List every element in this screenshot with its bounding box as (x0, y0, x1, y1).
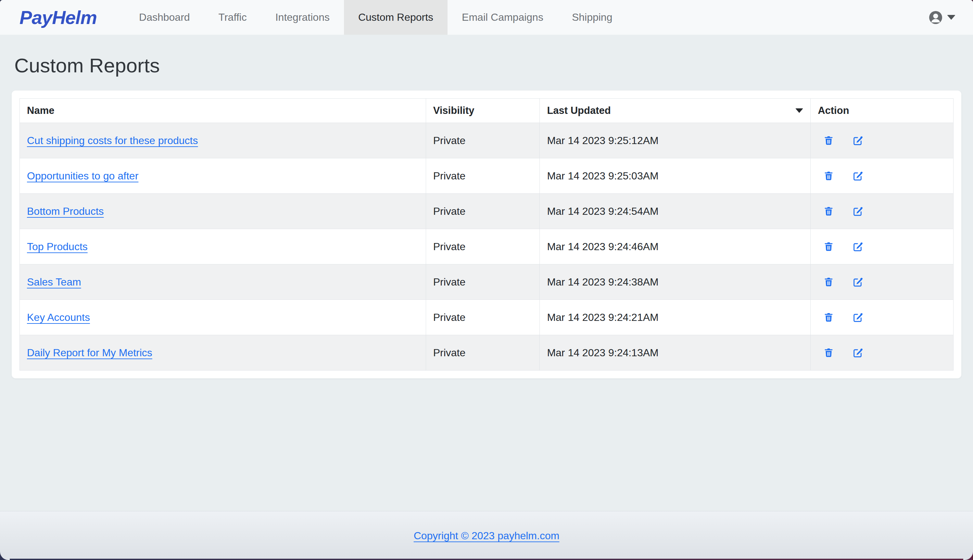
report-last-updated-cell: Mar 14 2023 9:25:12AM (540, 123, 811, 158)
report-name-cell: Opportunities to go after (20, 158, 426, 194)
trash-icon (824, 312, 834, 323)
edit-icon (853, 348, 863, 358)
nav-item-email-campaigns[interactable]: Email Campaigns (448, 0, 558, 35)
edit-icon (853, 277, 863, 287)
table-row: Key Accounts Private Mar 14 2023 9:24:21… (20, 300, 953, 335)
column-header-action-label: Action (818, 105, 849, 116)
edit-icon (853, 136, 863, 146)
column-header-name[interactable]: Name (20, 98, 426, 123)
user-circle-icon (929, 11, 943, 24)
report-name-cell: Bottom Products (20, 194, 426, 229)
reports-table: Name Visibility Last Updated Action (20, 98, 953, 370)
edit-report-button[interactable] (853, 242, 863, 252)
main-content: Custom Reports Name Visibility Last Upda… (0, 35, 973, 511)
brand-logo[interactable]: PayHelm (20, 7, 97, 28)
report-visibility-cell: Private (426, 300, 540, 335)
table-row: Cut shipping costs for these products Pr… (20, 123, 953, 158)
nav-item-integrations[interactable]: Integrations (261, 0, 344, 35)
copyright-link[interactable]: Copyright © 2023 payhelm.com (414, 530, 560, 542)
table-header-row: Name Visibility Last Updated Action (20, 98, 953, 123)
report-action-cell (811, 158, 953, 194)
edit-icon (853, 312, 863, 323)
report-name-link[interactable]: Bottom Products (27, 205, 104, 217)
report-visibility-cell: Private (426, 265, 540, 300)
report-name-link[interactable]: Top Products (27, 241, 88, 252)
report-last-updated-cell: Mar 14 2023 9:24:38AM (540, 265, 811, 300)
top-navbar: PayHelm Dashboard Traffic Integrations C… (0, 0, 973, 35)
nav-item-shipping[interactable]: Shipping (558, 0, 627, 35)
column-header-visibility-label: Visibility (433, 105, 475, 116)
app-root: PayHelm Dashboard Traffic Integrations C… (0, 0, 973, 560)
report-action-cell (811, 194, 953, 229)
table-row: Daily Report for My Metrics Private Mar … (20, 335, 953, 370)
page-title: Custom Reports (14, 53, 961, 78)
report-name-cell: Top Products (20, 229, 426, 265)
column-header-last-updated[interactable]: Last Updated (540, 98, 811, 123)
column-header-visibility[interactable]: Visibility (426, 98, 540, 123)
edit-report-button[interactable] (853, 348, 863, 358)
delete-report-button[interactable] (824, 312, 834, 323)
report-name-link[interactable]: Daily Report for My Metrics (27, 347, 152, 358)
delete-report-button[interactable] (824, 242, 834, 252)
report-name-cell: Key Accounts (20, 300, 426, 335)
column-header-action[interactable]: Action (811, 98, 953, 123)
table-row: Bottom Products Private Mar 14 2023 9:24… (20, 194, 953, 229)
report-action-cell (811, 229, 953, 265)
edit-report-button[interactable] (853, 277, 863, 287)
report-last-updated-cell: Mar 14 2023 9:25:03AM (540, 158, 811, 194)
column-header-name-label: Name (27, 105, 54, 116)
report-name-cell: Cut shipping costs for these products (20, 123, 426, 158)
report-visibility-cell: Private (426, 194, 540, 229)
trash-icon (824, 277, 834, 287)
report-action-cell (811, 300, 953, 335)
nav-item-dashboard[interactable]: Dashboard (125, 0, 204, 35)
nav-item-traffic[interactable]: Traffic (204, 0, 261, 35)
report-name-link[interactable]: Cut shipping costs for these products (27, 135, 198, 146)
caret-down-icon (947, 15, 955, 20)
report-name-link[interactable]: Opportunities to go after (27, 170, 138, 182)
edit-report-button[interactable] (853, 207, 863, 217)
report-name-link[interactable]: Key Accounts (27, 312, 90, 323)
report-action-cell (811, 123, 953, 158)
reports-table-body: Cut shipping costs for these products Pr… (20, 123, 953, 370)
report-visibility-cell: Private (426, 158, 540, 194)
edit-icon (853, 207, 863, 217)
sort-desc-icon (795, 108, 803, 113)
user-menu-button[interactable] (929, 11, 955, 24)
report-last-updated-cell: Mar 14 2023 9:24:13AM (540, 335, 811, 370)
report-name-cell: Sales Team (20, 265, 426, 300)
trash-icon (824, 207, 834, 217)
report-last-updated-cell: Mar 14 2023 9:24:46AM (540, 229, 811, 265)
trash-icon (824, 171, 834, 181)
trash-icon (824, 348, 834, 358)
report-name-cell: Daily Report for My Metrics (20, 335, 426, 370)
table-row: Sales Team Private Mar 14 2023 9:24:38AM (20, 265, 953, 300)
report-visibility-cell: Private (426, 335, 540, 370)
edit-icon (853, 242, 863, 252)
delete-report-button[interactable] (824, 136, 834, 146)
main-nav: Dashboard Traffic Integrations Custom Re… (125, 0, 627, 35)
edit-report-button[interactable] (853, 171, 863, 181)
nav-item-custom-reports[interactable]: Custom Reports (344, 0, 448, 35)
edit-report-button[interactable] (853, 312, 863, 323)
trash-icon (824, 136, 834, 146)
edit-icon (853, 171, 863, 181)
column-header-last-updated-label: Last Updated (547, 105, 610, 116)
report-last-updated-cell: Mar 14 2023 9:24:21AM (540, 300, 811, 335)
report-name-link[interactable]: Sales Team (27, 276, 81, 288)
report-visibility-cell: Private (426, 229, 540, 265)
delete-report-button[interactable] (824, 277, 834, 287)
delete-report-button[interactable] (824, 207, 834, 217)
report-last-updated-cell: Mar 14 2023 9:24:54AM (540, 194, 811, 229)
page-footer: Copyright © 2023 payhelm.com (0, 511, 973, 560)
edit-report-button[interactable] (853, 136, 863, 146)
trash-icon (824, 242, 834, 252)
reports-card: Name Visibility Last Updated Action (12, 90, 961, 378)
delete-report-button[interactable] (824, 171, 834, 181)
delete-report-button[interactable] (824, 348, 834, 358)
table-row: Opportunities to go after Private Mar 14… (20, 158, 953, 194)
table-row: Top Products Private Mar 14 2023 9:24:46… (20, 229, 953, 265)
report-action-cell (811, 335, 953, 370)
report-action-cell (811, 265, 953, 300)
report-visibility-cell: Private (426, 123, 540, 158)
